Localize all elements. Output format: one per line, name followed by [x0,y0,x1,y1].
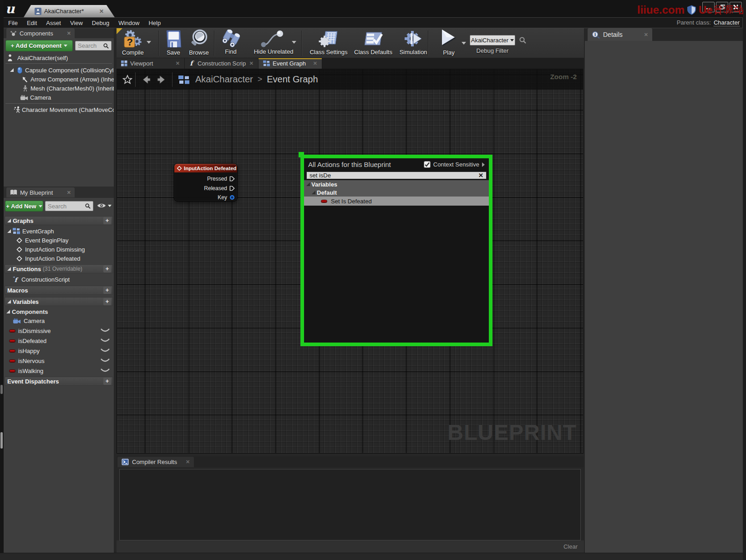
eye-closed-icon[interactable] [100,348,110,354]
section-event-dispatchers[interactable]: Event Dispatchers + [5,377,113,386]
tree-row-constructionscript[interactable]: f ConstructionScript [4,275,114,284]
menu-help[interactable]: Help [144,20,165,26]
asset-document-tab[interactable]: AkaiCharacter* ✕ [24,5,115,17]
eye-closed-icon[interactable] [100,358,110,364]
myblueprint-tab-close-icon[interactable]: ✕ [67,190,71,196]
tree-row-mesh[interactable]: Mesh (CharacterMesh0) (Inherited) [4,84,114,93]
tree-row-var-ishappy[interactable]: isHappy [4,346,114,355]
compile-button[interactable]: ? Compile [122,30,144,56]
add-macro-button[interactable]: + [103,287,111,294]
tree-row-arrow[interactable]: Arrow Component (Arrow) (Inherite [4,75,114,84]
find-button[interactable]: Find [220,30,241,55]
eye-closed-icon[interactable] [100,368,110,374]
event-graph-canvas[interactable]: AkaiCharacter > Event Graph Zoom -2 BLUE… [117,69,584,454]
add-component-button[interactable]: + Add Component [5,40,73,51]
tree-row-var-camera[interactable]: Camera [4,316,114,325]
class-settings-button[interactable]: Class Settings [308,30,350,55]
add-function-button[interactable]: + [103,265,111,272]
node-title-bar[interactable]: InputAction Defeated [174,164,237,172]
context-sensitive-toggle[interactable]: Context Sensitive [424,161,485,168]
add-new-button[interactable]: + Add New [5,201,43,212]
breadcrumb-root[interactable]: AkaiCharacter [195,74,253,85]
side-scroll-handle[interactable] [0,432,3,449]
menu-file[interactable]: File [4,20,22,26]
nav-back-icon[interactable] [140,75,152,85]
play-button[interactable]: Play [435,29,462,56]
parent-class-value[interactable]: Character [714,19,740,26]
hide-unrelated-chevron-icon[interactable] [292,41,296,44]
clear-search-icon[interactable]: ✕ [478,172,483,179]
tab-construction-script[interactable]: f Construction Scrip ✕ [185,58,259,69]
components-panel-tab[interactable]: Components ✕ [6,28,75,38]
myblueprint-search-input[interactable]: Search [45,201,93,211]
tree-row-inputaction-defeated[interactable]: InputAction Defeated [4,254,114,263]
tree-row-var-iswalking[interactable]: isWalking [4,366,114,375]
context-row-set-is-defeated[interactable]: Set Is Defeated [304,197,489,206]
tab-close-icon[interactable]: ✕ [644,32,648,38]
details-panel-tab[interactable]: i Details ✕ [588,28,652,41]
browse-button[interactable]: Browse [188,29,210,56]
nav-forward-icon[interactable] [156,75,167,85]
class-defaults-button[interactable]: Class Defaults [352,30,394,55]
visibility-eye-icon[interactable] [97,202,106,209]
expander-icon[interactable] [7,229,11,233]
expander-icon[interactable] [306,182,310,186]
chevron-down-icon[interactable] [108,205,112,207]
section-functions[interactable]: Functions (31 Overridable) + [5,264,113,273]
section-variables[interactable]: Variables + [5,297,113,306]
compile-options-chevron-icon[interactable] [147,41,151,44]
expander-icon[interactable] [312,191,315,194]
menu-window[interactable]: Window [114,20,144,26]
components-search-input[interactable]: Search [75,41,112,50]
tree-row-eventgraph[interactable]: EventGraph [4,227,114,236]
pin-released[interactable]: Released [204,185,235,192]
context-row-default[interactable]: Default [304,188,489,197]
favorite-star-icon[interactable] [122,75,132,84]
components-tab-close-icon[interactable]: ✕ [67,30,71,36]
tab-viewport[interactable]: Viewport ✕ [117,58,185,69]
tab-event-graph[interactable]: Event Graph ✕ [259,58,322,69]
context-row-variables[interactable]: Variables [304,180,489,188]
node-inputaction-defeated[interactable]: InputAction Defeated Pressed Released Ke… [174,163,238,202]
debug-filter-dropdown[interactable]: AkaiCharacter [470,35,515,45]
add-event-dispatcher-button[interactable]: + [103,378,111,385]
hide-unrelated-button[interactable]: Hide Unrelated [249,30,299,55]
debug-search-icon[interactable] [519,36,527,44]
eye-closed-icon[interactable] [100,328,110,334]
simulation-button[interactable]: Simulation [396,30,431,55]
pin-key[interactable]: Key [218,194,235,201]
play-options-chevron-icon[interactable] [462,42,466,45]
eye-closed-icon[interactable] [100,338,110,344]
asset-tab-close-icon[interactable]: ✕ [99,8,104,15]
tree-row-var-isdefeated[interactable]: isDefeated [4,336,114,345]
expander-icon[interactable] [6,310,10,313]
tree-row-components-category[interactable]: Components [4,307,114,316]
clear-button[interactable]: Clear [563,543,578,550]
tree-row-beginplay[interactable]: Event BeginPlay [4,236,114,245]
context-menu-search-input[interactable]: set isDe ✕ [306,172,487,179]
add-variable-button[interactable]: + [103,298,111,305]
save-button[interactable]: Save [165,30,182,56]
tree-row-var-isdismissive[interactable]: isDismissive [4,326,114,335]
menu-asset[interactable]: Asset [41,20,66,26]
tree-row-charmove[interactable]: Character Movement (CharMoveCom [4,105,114,114]
tab-close-icon[interactable]: ✕ [249,61,254,66]
tree-row-self[interactable]: AkaiCharacter(self) [4,53,114,62]
pin-pressed[interactable]: Pressed [207,176,235,182]
tree-row-camera[interactable]: Camera [4,93,114,102]
expander-icon[interactable] [10,68,14,72]
myblueprint-panel-tab[interactable]: My Blueprint ✕ [6,187,75,197]
menu-edit[interactable]: Edit [22,20,41,26]
tree-row-capsule[interactable]: Capsule Component (CollisionCylind [4,66,114,75]
tab-close-icon[interactable]: ✕ [186,459,190,465]
tree-row-var-isnervous[interactable]: isNervous [4,356,114,365]
tab-close-icon[interactable]: ✕ [176,61,180,66]
add-graph-button[interactable]: + [103,217,111,224]
menu-view[interactable]: View [66,20,87,26]
tab-close-icon[interactable]: ✕ [313,61,317,66]
compiler-results-tab[interactable]: Compiler Results ✕ [117,457,194,467]
breadcrumb-current[interactable]: Event Graph [267,74,318,85]
section-macros[interactable]: Macros + [5,286,113,295]
checkbox-checked-icon[interactable] [424,161,431,168]
section-graphs[interactable]: Graphs + [5,216,113,225]
